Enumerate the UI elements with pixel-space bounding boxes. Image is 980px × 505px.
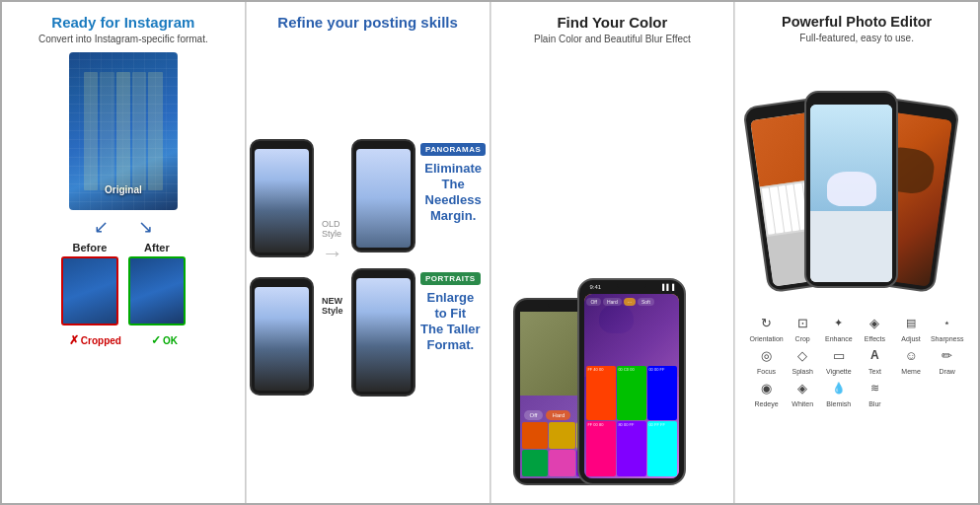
blur-icon: ≋ — [864, 377, 885, 398]
arrow-left: ↙ — [94, 216, 109, 238]
after-label: After — [144, 242, 170, 253]
crop-label: Crop — [795, 335, 810, 342]
cropped-label: Cropped — [81, 335, 121, 346]
blemish-label: Blemish — [826, 400, 851, 407]
orientation-label: Orientation — [749, 335, 783, 342]
panel-color: Find Your Color Plain Color and Beautifu… — [490, 2, 735, 503]
old-style-label: OLD Style → — [322, 219, 343, 266]
panorama-section: PANORAMAS Eliminate The Needless Margin. — [351, 139, 486, 252]
old-label-text: OLD Style — [322, 219, 343, 239]
blur-label: Blur — [868, 400, 880, 407]
phone-screen — [255, 287, 309, 391]
tool-text[interactable]: A Text — [858, 344, 892, 375]
enhance-label: Enhance — [825, 335, 853, 342]
phone-notch — [373, 142, 393, 147]
draw-label: Draw — [940, 368, 955, 375]
front-phone-screen: Off Hard ··· Soft FF 40 00 00 C0 00 00 0… — [584, 294, 679, 478]
sharpness-label: Sharpness — [931, 335, 963, 342]
focus-label: Focus — [757, 368, 776, 375]
draw-icon: ✏ — [937, 344, 958, 366]
phone-notch — [373, 271, 393, 276]
tool-orientation[interactable]: ↻ Orientation — [749, 312, 784, 342]
panel-3-title: Find Your Color — [557, 14, 667, 32]
panel-1-subtitle: Convert into Instagram-specific format. — [38, 34, 208, 44]
original-building-image: Original — [69, 52, 178, 210]
before-label: Before — [72, 242, 107, 253]
panorama-label-area: PANORAMAS Eliminate The Needless Margin. — [420, 143, 486, 225]
panel-4-subtitle: Full-featured, easy to use. — [799, 33, 914, 43]
before-item: Before — [61, 242, 118, 325]
tool-meme[interactable]: ☺ Meme — [894, 344, 929, 375]
panel-editor: Powerful Photo Editor Full-featured, eas… — [734, 2, 978, 503]
tool-crop[interactable]: ⊡ Crop — [786, 312, 820, 342]
phones-area: OLD Style → NEW Style — [257, 39, 480, 495]
tool-empty-1 — [894, 377, 929, 407]
enlarge-text: Enlarge to Fit The Taller Format. — [420, 290, 481, 354]
effects-label: Effects — [865, 335, 885, 342]
portraits-tag: PORTRAITS — [420, 272, 481, 285]
tool-redeye[interactable]: ◉ Redeye — [749, 377, 784, 407]
color-phone-front: 9:41 ▐▐ ▐ Off Hard — [577, 278, 686, 485]
panel-4-title: Powerful Photo Editor — [782, 14, 932, 31]
tool-adjust[interactable]: ▤ Adjust — [894, 312, 929, 342]
sharpness-icon: ⋆ — [937, 312, 958, 333]
building-area: Original ↙ ↘ Before — [12, 52, 235, 495]
phone-notch — [617, 282, 646, 288]
phone-screen — [255, 149, 309, 252]
panel-3-subtitle: Plain Color and Beautiful Blur Effect — [534, 34, 691, 44]
before-image — [61, 256, 118, 325]
whiten-label: Whiten — [792, 400, 813, 407]
panorama-phone-old — [250, 139, 314, 257]
splash-label: Splash — [792, 368, 812, 375]
new-style-label: NEW Style — [322, 296, 343, 316]
tool-splash[interactable]: ◇ Splash — [786, 344, 820, 375]
panoramas-tag: PANORAMAS — [420, 143, 486, 156]
tool-draw[interactable]: ✏ Draw — [930, 344, 964, 375]
vignette-label: Vignette — [826, 368, 852, 375]
old-phones — [250, 139, 314, 396]
x-icon: ✗ — [69, 333, 79, 347]
focus-icon: ◎ — [756, 344, 778, 366]
after-item: After — [128, 242, 186, 325]
text-label: Text — [868, 368, 881, 375]
enhance-icon: ✦ — [828, 312, 850, 333]
tool-focus[interactable]: ◎ Focus — [749, 344, 784, 375]
eliminate-text: Eliminate The Needless Margin. — [420, 161, 486, 225]
app-container: Ready for Instagram Convert into Instagr… — [0, 0, 980, 505]
orientation-icon: ↻ — [756, 312, 778, 333]
tool-empty-2 — [930, 377, 964, 407]
tool-vignette[interactable]: ▭ Vignette — [822, 344, 857, 375]
blemish-icon: 💧 — [828, 377, 850, 398]
phone-notch — [548, 302, 577, 308]
ok-indicator: ✓ OK — [151, 333, 178, 347]
panel-instagram: Ready for Instagram Convert into Instagr… — [2, 2, 246, 503]
before-after-row: Before After — [61, 242, 186, 325]
tool-blur[interactable]: ≋ Blur — [858, 377, 892, 407]
tool-enhance[interactable]: ✦ Enhance — [822, 312, 857, 342]
tool-effects[interactable]: ◈ Effects — [858, 312, 892, 342]
after-image — [128, 256, 186, 325]
color-phones-area: Off Hard — [501, 52, 724, 495]
arrows-row: ↙ ↘ — [94, 216, 153, 238]
tool-blemish[interactable]: 💧 Blemish — [822, 377, 857, 407]
tool-whiten[interactable]: ◈ Whiten — [786, 377, 820, 407]
vignette-icon: ▭ — [828, 344, 850, 366]
meme-label: Meme — [901, 368, 920, 375]
tools-grid: ↻ Orientation ⊡ Crop ✦ Enhance ◈ Effects… — [745, 312, 968, 342]
redeye-icon: ◉ — [756, 377, 778, 398]
adjust-icon: ▤ — [900, 312, 922, 333]
screen-bottom: Off Hard ··· Soft FF 40 00 00 C0 00 00 0… — [584, 377, 679, 478]
arrow-icon: → — [322, 241, 343, 266]
phone-notch — [271, 142, 291, 147]
phone-screen — [356, 278, 411, 392]
redeye-label: Redeye — [754, 400, 778, 407]
arrow-between: OLD Style → NEW Style — [322, 219, 343, 316]
editor-phones-area — [745, 51, 968, 308]
text-icon: A — [864, 344, 885, 366]
crop-icon: ⊡ — [792, 312, 813, 333]
portrait-section: PORTRAITS Enlarge to Fit The Taller Form… — [351, 268, 486, 397]
tools-grid-row2: ◎ Focus ◇ Splash ▭ Vignette A Text ☺ Mem… — [745, 344, 968, 375]
tool-sharpness[interactable]: ⋆ Sharpness — [930, 312, 964, 342]
arrow-right: ↘ — [138, 216, 153, 238]
splash-icon: ◇ — [792, 344, 813, 366]
